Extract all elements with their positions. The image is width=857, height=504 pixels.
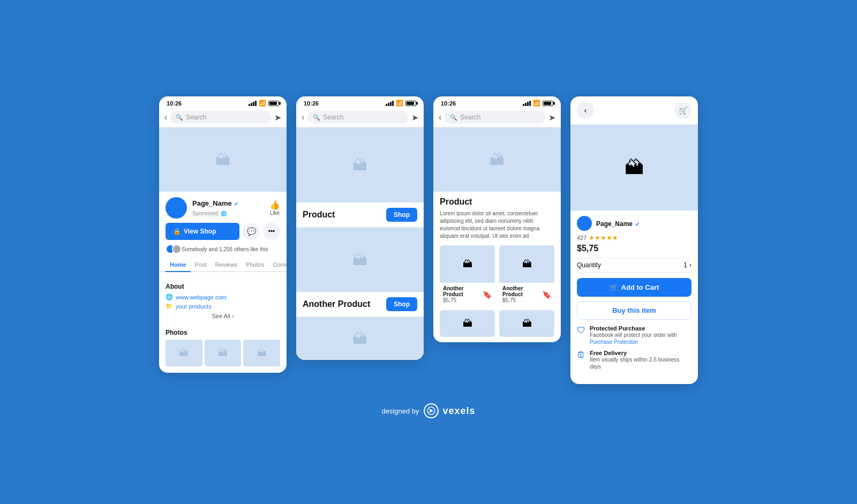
status-icons-2: 📶 — [386, 100, 416, 107]
svg-marker-1 — [430, 409, 433, 413]
search-input-wrap-1[interactable]: 🔍 Search — [170, 111, 271, 124]
related-item-1-name: Another Product — [443, 285, 483, 297]
s4-quantity-value: 1 › — [683, 261, 691, 269]
s4-trust-delivery-text: Free Delivery Item usually ships within … — [590, 350, 691, 370]
like-label: Like — [270, 210, 280, 216]
status-icons-1: 📶 — [249, 100, 279, 107]
bookmark-icon-1[interactable]: 🔖 — [483, 290, 492, 299]
avatar — [166, 197, 187, 219]
cart-icon-btn: 🛒 — [610, 283, 618, 291]
purchase-protection-link[interactable]: Purchase Protection — [590, 339, 638, 345]
add-to-cart-button[interactable]: 🛒 Add to Cart — [577, 278, 691, 297]
product-detail-desc: Lorem ipsum dolor sit amet, consectetuer… — [440, 210, 554, 240]
share-arrow-1[interactable]: ➤ — [274, 112, 281, 123]
chevron-right-icon: › — [232, 313, 234, 319]
battery-icon — [268, 101, 279, 106]
related-item-2-info: Another Product $5,75 🔖 — [499, 283, 554, 306]
tab-post[interactable]: Post — [191, 258, 211, 272]
share-arrow-3[interactable]: ➤ — [548, 112, 555, 123]
product2-row: Another Product Shop — [296, 292, 424, 317]
page-name: Page_Name ✔ — [192, 198, 238, 208]
s4-top-bar: ‹ 🛒 — [570, 96, 698, 125]
thumbsup-icon: 👍 — [269, 200, 280, 210]
s4-product-image-icon: 🏔 — [625, 156, 644, 179]
wifi-icon: 📶 — [259, 100, 266, 107]
like-button[interactable]: 👍 Like — [269, 200, 280, 216]
more-item-2-icon: 🏔 — [522, 318, 532, 329]
back-arrow-1[interactable]: ‹ — [164, 112, 167, 122]
status-icons-3: 📶 — [523, 100, 553, 107]
sponsored-row: Sponsored 🌐 — [192, 208, 238, 217]
brand-name: vexels — [443, 405, 476, 417]
status-bar-3: 10:26 📶 — [433, 96, 561, 108]
s4-trust-section: 🛡 Protected Purchase Facebook will prote… — [577, 325, 691, 379]
tab-community[interactable]: Community — [268, 258, 287, 272]
hero-image-icon-1: 🏔 — [215, 151, 230, 169]
s4-cart-button[interactable]: 🛒 — [674, 102, 691, 119]
name-block: Page_Name ✔ Sponsored 🌐 — [192, 198, 238, 217]
sponsored-text: Sponsored — [192, 210, 218, 216]
s4-trust-desc-text: Facebook will protect your order with — [590, 332, 677, 338]
s4-stars: ★★★★★ — [589, 234, 618, 242]
wifi-icon-2: 📶 — [396, 100, 403, 107]
wifi-icon-3: 📶 — [533, 100, 540, 107]
s4-seller-name: Page_Name — [596, 220, 633, 228]
see-all-link[interactable]: See All › — [166, 313, 280, 319]
s4-trust-protected-title: Protected Purchase — [590, 325, 691, 332]
screen1-phone: 10:26 📶 ‹ 🔍 Search ➤ — [159, 96, 287, 373]
search-input-wrap-3[interactable]: 🔍 Search — [445, 111, 545, 124]
more-items-grid: 🏔 🏔 — [440, 310, 554, 337]
screen4-phone: ‹ 🛒 🏔 Page_Name ✔ 427 ★★★★★ — [570, 96, 698, 384]
photo-thumb-3: 🏔 — [243, 340, 280, 366]
website-link[interactable]: 🌐 www.webpage.com — [166, 294, 280, 300]
time-2: 10:26 — [304, 100, 319, 107]
back-arrow-2[interactable]: ‹ — [302, 112, 304, 122]
buy-button[interactable]: Buy this item — [577, 301, 691, 320]
photos-title: Photos — [159, 325, 287, 340]
products-text: your products — [176, 303, 212, 310]
related-item-2-name: Another Product — [502, 285, 542, 297]
search-bar-1: ‹ 🔍 Search ➤ — [159, 108, 287, 127]
back-arrow-3[interactable]: ‹ — [439, 112, 441, 122]
profile-tabs: Home Post Reviews Photos Community — [159, 258, 287, 272]
bookmark-icon-2[interactable]: 🔖 — [542, 290, 551, 299]
products-link[interactable]: 📁 your products — [166, 303, 280, 310]
s4-trust-protected: 🛡 Protected Purchase Facebook will prote… — [577, 325, 691, 345]
photo-icon-3: 🏔 — [257, 348, 267, 359]
see-all-text: See All — [212, 313, 230, 319]
share-arrow-2[interactable]: ➤ — [411, 112, 418, 123]
related-item-1-price: $5,75 — [443, 297, 483, 303]
likes-text: Somebody and 1,256 others like this — [182, 246, 268, 252]
likes-row: Somebody and 1,256 others like this — [166, 244, 280, 254]
s4-trust-delivery-title: Free Delivery — [590, 350, 691, 356]
shop2-button[interactable]: Shop — [386, 297, 417, 311]
product1-image-icon: 🏔 — [352, 156, 367, 174]
product3-image: 🏔 — [296, 317, 424, 360]
product3-image-icon: 🏔 — [352, 330, 367, 348]
product2-name: Another Product — [303, 299, 370, 309]
page-name-text: Page_Name — [192, 199, 232, 207]
messenger-button[interactable]: 💬 — [243, 223, 260, 240]
s4-trust-protected-desc: Facebook will protect your order with Pu… — [590, 332, 691, 345]
chevron-left-icon: ‹ — [584, 106, 587, 115]
related-item-1-text: Another Product $5,75 — [443, 285, 483, 303]
s4-quantity-row: Quantity 1 › — [577, 258, 691, 273]
related-item-1-info: Another Product $5,75 🔖 — [440, 283, 495, 306]
tab-reviews[interactable]: Reviews — [211, 258, 242, 272]
screen2-phone: 10:26 📶 ‹ 🔍 Search ➤ — [296, 96, 424, 360]
s4-back-button[interactable]: ‹ — [577, 102, 594, 119]
website-url: www.webpage.com — [176, 294, 227, 300]
shop1-button[interactable]: Shop — [386, 208, 417, 222]
related-item-1-image-icon: 🏔 — [463, 259, 472, 270]
product-detail-image: 🏔 — [433, 127, 561, 192]
more-button[interactable]: ••• — [263, 223, 280, 240]
view-shop-button[interactable]: 🔒 View Shop — [166, 223, 239, 240]
product1-image: 🏔 — [296, 127, 424, 202]
tab-home[interactable]: Home — [166, 258, 191, 272]
related-item-1: 🏔 Another Product $5,75 🔖 — [440, 245, 495, 306]
signal-icon-2 — [386, 101, 394, 106]
status-bar-1: 10:26 📶 — [159, 96, 287, 108]
tab-photos[interactable]: Photos — [242, 258, 268, 272]
search-input-wrap-2[interactable]: 🔍 Search — [307, 111, 408, 124]
screen3-phone: 10:26 📶 ‹ 🔍 Search ➤ — [433, 96, 561, 342]
